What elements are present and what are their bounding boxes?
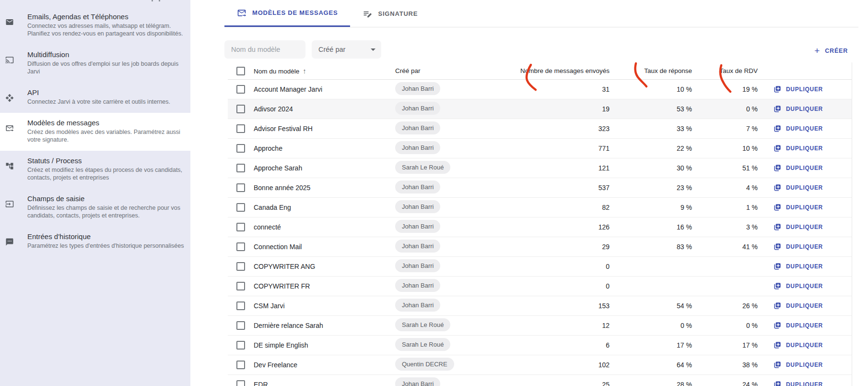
duplicate-button[interactable]: DUPLIQUER (773, 183, 823, 192)
duplicate-button[interactable]: DUPLIQUER (773, 203, 823, 212)
signature-edit-icon (363, 9, 372, 18)
duplicate-button[interactable]: DUPLIQUER (773, 124, 823, 133)
sent-count: 6 (481, 341, 610, 349)
sent-count: 153 (481, 302, 610, 310)
created-by-filter-select[interactable]: Créé par (312, 40, 381, 59)
creator-chip: Johan Barri (395, 141, 440, 154)
copy-plus-icon (773, 242, 782, 251)
row-checkbox[interactable] (236, 380, 245, 386)
creator-chip: Sarah Le Roué (395, 318, 450, 331)
row-checkbox[interactable] (236, 124, 245, 133)
template-name: Adivsor 2024 (254, 105, 395, 113)
sidebar-item-title: Emails, Agendas et Téléphones (27, 12, 186, 21)
sidebar-item-modeles-de-messages[interactable]: Modèles de messages Créez des modèles av… (0, 113, 190, 151)
copy-plus-icon (773, 183, 782, 192)
row-checkbox[interactable] (236, 262, 245, 271)
rdv-rate: 26 % (692, 302, 758, 310)
duplicate-button[interactable]: DUPLIQUER (773, 361, 823, 369)
rdv-rate: 51 % (692, 164, 758, 172)
table-row: EDR Johan Barri 25 28 % 24 % DUPLIQUER (228, 375, 852, 386)
duplicate-button-label: DUPLIQUER (786, 106, 823, 112)
response-rate: 17 % (610, 341, 692, 349)
row-checkbox[interactable] (236, 321, 245, 330)
copy-plus-icon (773, 164, 782, 172)
response-rate: 22 % (610, 145, 692, 152)
response-rate: 16 % (610, 223, 692, 231)
duplicate-button-label: DUPLIQUER (786, 86, 823, 93)
header-created-by[interactable]: Créé par (395, 67, 481, 74)
duplicate-button[interactable]: DUPLIQUER (773, 223, 823, 231)
sidebar-item-emails-agendas-telephones[interactable]: Emails, Agendas et Téléphones Connectez … (0, 7, 190, 45)
template-name: Approche Sarah (254, 164, 395, 172)
sidebar-item-champs-de-saisie[interactable]: Champs de saisie Définissez les champs d… (0, 189, 190, 227)
creator-chip: Johan Barri (395, 102, 440, 115)
row-checkbox[interactable] (236, 341, 245, 350)
row-checkbox[interactable] (236, 282, 245, 290)
duplicate-button-label: DUPLIQUER (786, 263, 823, 270)
row-checkbox[interactable] (236, 223, 245, 231)
sidebar-item-api[interactable]: API Connectez Jarvi à votre site carrièr… (0, 83, 190, 113)
duplicate-button[interactable]: DUPLIQUER (773, 302, 823, 310)
creator-chip: Johan Barri (395, 259, 440, 272)
sidebar-item-description: Diffusion de vos offres d'emploi sur les… (27, 60, 186, 75)
plus-icon: + (814, 47, 820, 55)
duplicate-button[interactable]: DUPLIQUER (773, 262, 823, 271)
duplicate-button[interactable]: DUPLIQUER (773, 105, 823, 113)
header-sent[interactable]: Nombre de messages envoyés (481, 67, 610, 74)
duplicate-button-label: DUPLIQUER (786, 362, 823, 368)
sidebar-item-multidiffusion[interactable]: Multidiffusion Diffusion de vos offres d… (0, 45, 190, 83)
template-name-filter-input[interactable] (224, 40, 305, 59)
sent-count: 25 (481, 381, 610, 386)
header-rdv-rate[interactable]: Taux de RDV (692, 67, 758, 74)
tab-modeles-de-messages[interactable]: MODÈLES DE MESSAGES (224, 0, 350, 27)
duplicate-button[interactable]: DUPLIQUER (773, 380, 823, 386)
table-row: Dev Freelance Quentin DECRE 102 64 % 38 … (228, 355, 852, 375)
creator-chip: Johan Barri (395, 220, 440, 233)
row-checkbox[interactable] (236, 203, 245, 212)
row-checkbox[interactable] (236, 85, 245, 94)
copy-plus-icon (773, 105, 782, 113)
row-checkbox[interactable] (236, 183, 245, 192)
duplicate-button[interactable]: DUPLIQUER (773, 321, 823, 330)
sidebar-item-title: Modèles de messages (27, 119, 186, 127)
copy-plus-icon (773, 341, 782, 350)
creator-chip: Johan Barri (395, 377, 440, 386)
table-row: Adivsor 2024 Johan Barri 19 53 % 0 % DUP… (228, 99, 852, 119)
template-name: Connection Mail (254, 243, 395, 251)
tab-signature[interactable]: SIGNATURE (350, 0, 430, 27)
row-checkbox[interactable] (236, 164, 245, 172)
header-name[interactable]: Nom du modèle↑ (254, 67, 395, 75)
duplicate-button[interactable]: DUPLIQUER (773, 341, 823, 350)
header-response-rate[interactable]: Taux de réponse (610, 67, 692, 74)
sent-count: 82 (481, 204, 610, 211)
duplicate-button[interactable]: DUPLIQUER (773, 144, 823, 153)
duplicate-button-label: DUPLIQUER (786, 283, 823, 290)
copy-plus-icon (773, 282, 782, 290)
copy-plus-icon (773, 203, 782, 212)
sidebar-item-description: Créez et modifiez les étapes du process … (27, 166, 186, 181)
table-row: Advisor Festival RH Johan Barri 323 33 %… (228, 119, 852, 139)
row-checkbox[interactable] (236, 105, 245, 113)
creator-chip: Sarah Le Roué (395, 338, 450, 351)
sidebar-item-statuts-process[interactable]: Statuts / Process Créez et modifiez les … (0, 151, 190, 189)
rdv-rate: 3 % (692, 223, 758, 231)
duplicate-button[interactable]: DUPLIQUER (773, 85, 823, 94)
sidebar-item-title: API (27, 88, 186, 97)
creator-chip: Johan Barri (395, 200, 440, 213)
select-all-checkbox[interactable] (236, 67, 245, 75)
table-header-row: Nom du modèle↑ Créé par Nombre de messag… (228, 62, 852, 80)
duplicate-button[interactable]: DUPLIQUER (773, 164, 823, 172)
row-checkbox[interactable] (236, 242, 245, 251)
response-rate: 83 % (610, 243, 692, 251)
table-row: Account Manager Jarvi Johan Barri 31 10 … (228, 80, 852, 99)
duplicate-button-label: DUPLIQUER (786, 243, 823, 250)
duplicate-button[interactable]: DUPLIQUER (773, 242, 823, 251)
sidebar-item-entrees-historique[interactable]: Entrées d'historique Paramétrez les type… (0, 227, 190, 257)
create-button[interactable]: + CRÉER (814, 47, 848, 55)
row-checkbox[interactable] (236, 302, 245, 310)
row-checkbox[interactable] (236, 361, 245, 369)
main-content: MODÈLES DE MESSAGES SIGNATURE Créé par +… (190, 0, 868, 386)
template-name: Bonne année 2025 (254, 184, 395, 192)
duplicate-button[interactable]: DUPLIQUER (773, 282, 823, 290)
row-checkbox[interactable] (236, 144, 245, 153)
